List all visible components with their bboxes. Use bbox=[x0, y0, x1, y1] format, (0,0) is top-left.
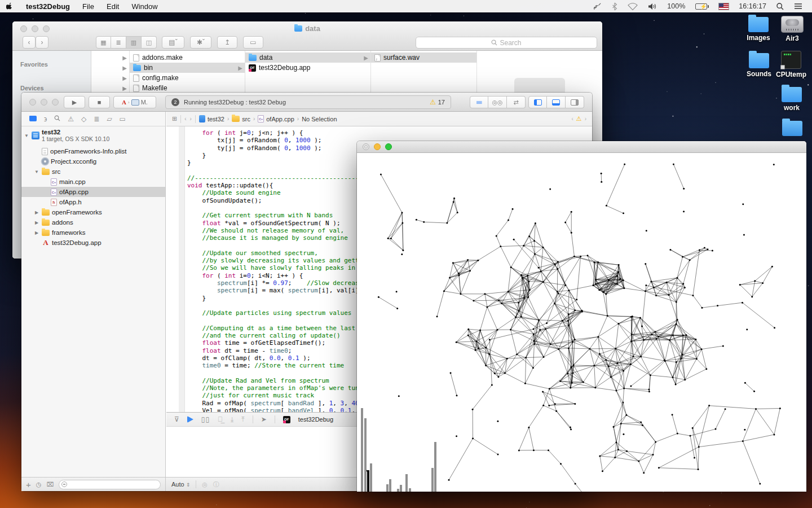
disclosure-open-icon[interactable]: ▼ bbox=[24, 133, 29, 138]
breadcrumb-ofapp.cpp[interactable]: C+ofApp.cpp bbox=[258, 115, 294, 122]
view-switcher[interactable] bbox=[528, 96, 584, 108]
bluetooth-menu-extra[interactable] bbox=[607, 0, 623, 12]
debug-panel-button[interactable] bbox=[547, 96, 566, 108]
close-button[interactable] bbox=[363, 143, 369, 150]
back-chevron[interactable]: ‹ bbox=[184, 116, 186, 122]
input-source-menu-extra[interactable] bbox=[714, 0, 734, 12]
location-button[interactable]: ➤ bbox=[261, 415, 267, 423]
xcode-toolbar[interactable]: ▶ ■ A › M. 2 Running test32Debug : test3… bbox=[21, 93, 592, 112]
finder-titlebar[interactable]: data ‹ › ▦ ≣ ▥ ◫ ▤ˇ ✱ˇ ↥ ▭ Search bbox=[12, 21, 602, 51]
back-button[interactable]: ‹ bbox=[23, 36, 36, 49]
column-chevron-row[interactable]: ▶ bbox=[91, 63, 129, 73]
tree-item-openFrameworks-Info.plist[interactable]: openFrameworks-Info.plist bbox=[21, 146, 165, 156]
tree-item-Project.xcconfig[interactable]: Project.xcconfig bbox=[21, 156, 165, 167]
tree-item-addons[interactable]: ▶addons bbox=[21, 217, 165, 227]
desktop-icon-sounds[interactable]: Sounds bbox=[741, 53, 777, 78]
desktop-icon-images[interactable]: Images bbox=[740, 17, 776, 42]
breadcrumb-no-selection[interactable]: No Selection bbox=[302, 116, 337, 122]
column-chevron-row[interactable]: ▶ bbox=[91, 83, 129, 93]
forward-button[interactable]: › bbox=[36, 36, 48, 49]
navigator-filter-field[interactable] bbox=[59, 480, 161, 489]
disclosure-open-icon[interactable]: ▼ bbox=[34, 169, 39, 174]
info-icon[interactable]: ⓘ bbox=[213, 480, 219, 489]
project-navigator-tab[interactable] bbox=[29, 115, 37, 123]
zoom-button[interactable] bbox=[385, 143, 392, 150]
pause-button[interactable]: ▯▯ bbox=[201, 415, 210, 423]
file-item-test32Debug.app[interactable]: OFtest32Debug.app bbox=[245, 63, 370, 73]
file-item-config.make[interactable]: config.make bbox=[130, 73, 245, 83]
hide-debug-area-button[interactable]: ⊽ bbox=[174, 415, 179, 423]
app-window-test32debug[interactable] bbox=[357, 141, 806, 492]
prev-issue-button[interactable]: ‹ bbox=[571, 116, 573, 122]
jump-bar[interactable]: ⊞ ‹ › test32›src›C+ofApp.cpp›No Selectio… bbox=[166, 112, 592, 126]
tree-item-frameworks[interactable]: ▶frameworks bbox=[21, 227, 165, 238]
test-navigator-tab[interactable]: ◇ bbox=[81, 115, 86, 123]
related-items-icon[interactable]: ⊞ bbox=[172, 115, 177, 122]
debug-navigator-tab[interactable]: ≣ bbox=[94, 115, 99, 123]
version-editor-button[interactable]: ⇄ bbox=[507, 96, 526, 108]
issue-navigator-tab[interactable]: ⚠ bbox=[68, 115, 74, 123]
run-button[interactable]: ▶ bbox=[64, 96, 85, 108]
view-switcher[interactable]: ▦ ≣ ▥ ◫ bbox=[96, 36, 157, 49]
battery-menu-extra[interactable]: ⚡ bbox=[690, 0, 714, 12]
file-item-bin[interactable]: bin▶ bbox=[130, 63, 245, 73]
file-item-Makefile[interactable]: Makefile bbox=[130, 83, 245, 93]
file-item-data[interactable]: data▶ bbox=[245, 52, 370, 63]
step-out-button[interactable]: ⤒ bbox=[241, 415, 244, 423]
tree-item-openFrameworks[interactable]: ▶openFrameworks bbox=[21, 207, 165, 217]
battery-percent[interactable]: 100% bbox=[662, 0, 690, 12]
tree-item-main.cpp[interactable]: C+main.cpp bbox=[21, 177, 165, 187]
assistant-editor-button[interactable]: ◎◎ bbox=[488, 96, 507, 108]
list-view-button[interactable]: ≣ bbox=[111, 36, 126, 49]
desktop-icon-work[interactable]: work bbox=[774, 87, 810, 112]
menu-file[interactable]: File bbox=[76, 0, 100, 12]
search-field[interactable]: Search bbox=[416, 37, 597, 49]
zoom-button[interactable] bbox=[52, 99, 59, 106]
symbol-navigator-tab[interactable]: ϶ bbox=[44, 115, 47, 123]
wifi-menu-extra[interactable] bbox=[623, 0, 643, 12]
disclosure-closed-icon[interactable]: ▶ bbox=[34, 230, 39, 235]
breadcrumb-test32[interactable]: test32 bbox=[199, 115, 224, 122]
navigator-panel-button[interactable] bbox=[528, 96, 547, 108]
minimize-button[interactable] bbox=[374, 143, 381, 150]
disclosure-closed-icon[interactable]: ▶ bbox=[34, 210, 39, 215]
tree-item-src[interactable]: ▼src bbox=[21, 167, 165, 177]
tree-item-project[interactable]: ▼test321 target, OS X SDK 10.10 bbox=[21, 128, 165, 143]
app-titlebar[interactable] bbox=[357, 141, 806, 153]
code-fold-ribbon[interactable] bbox=[179, 126, 185, 412]
minimize-button[interactable] bbox=[41, 99, 47, 106]
menu-edit[interactable]: Edit bbox=[100, 0, 125, 12]
notification-center-menu-extra[interactable] bbox=[789, 0, 807, 12]
project-navigator-tree[interactable]: ▼test321 target, OS X SDK 10.10openFrame… bbox=[21, 126, 165, 477]
disclosure-closed-icon[interactable]: ▶ bbox=[34, 220, 39, 225]
warning-count[interactable]: ⚠17 bbox=[430, 98, 451, 106]
step-into-button[interactable]: ⤓ bbox=[231, 415, 233, 423]
qlp-eye-icon[interactable]: ◎ bbox=[202, 481, 208, 488]
spotlight-menu-extra[interactable] bbox=[771, 0, 789, 12]
share-button[interactable]: ↥ bbox=[217, 36, 237, 49]
file-item-surface.wav[interactable]: ♪surface.wav bbox=[371, 52, 476, 63]
phone-menu-extra[interactable] bbox=[588, 0, 607, 12]
desktop-icon-cputemp[interactable]: CPUtemp bbox=[773, 51, 809, 78]
navigator-filter-bar[interactable]: + ◷ ⌧ bbox=[21, 477, 166, 491]
column-view-button[interactable]: ▥ bbox=[126, 36, 142, 49]
icon-view-button[interactable]: ▦ bbox=[96, 36, 111, 49]
breakpoint-navigator-tab[interactable]: ▱ bbox=[107, 115, 112, 123]
stop-button[interactable]: ■ bbox=[89, 96, 110, 108]
standard-editor-button[interactable]: ≡≡ bbox=[470, 96, 488, 108]
inspector-panel-button[interactable] bbox=[566, 96, 584, 108]
scheme-selector[interactable]: A › M. bbox=[113, 96, 156, 108]
tree-item-ofApp.cpp[interactable]: C+ofApp.cpp bbox=[21, 187, 165, 197]
desktop-icon-air3[interactable]: Air3 bbox=[774, 16, 810, 42]
tree-item-test32Debug.app[interactable]: Atest32Debug.app bbox=[21, 238, 165, 248]
action-menu-button[interactable]: ✱ˇ bbox=[190, 36, 211, 49]
app-menu-title[interactable]: test32Debug bbox=[20, 0, 76, 12]
scm-status-icon[interactable]: ⌧ bbox=[46, 481, 54, 488]
editor-mode-switcher[interactable]: ≡≡ ◎◎ ⇄ bbox=[470, 96, 526, 108]
next-issue-button[interactable]: › bbox=[585, 116, 586, 122]
step-over-button[interactable]: ⌒̲ bbox=[218, 415, 223, 423]
find-navigator-tab[interactable] bbox=[54, 115, 60, 123]
breadcrumb-src[interactable]: src bbox=[232, 116, 250, 122]
tag-button[interactable]: ▭ bbox=[243, 36, 263, 49]
menu-window[interactable]: Window bbox=[125, 0, 164, 12]
